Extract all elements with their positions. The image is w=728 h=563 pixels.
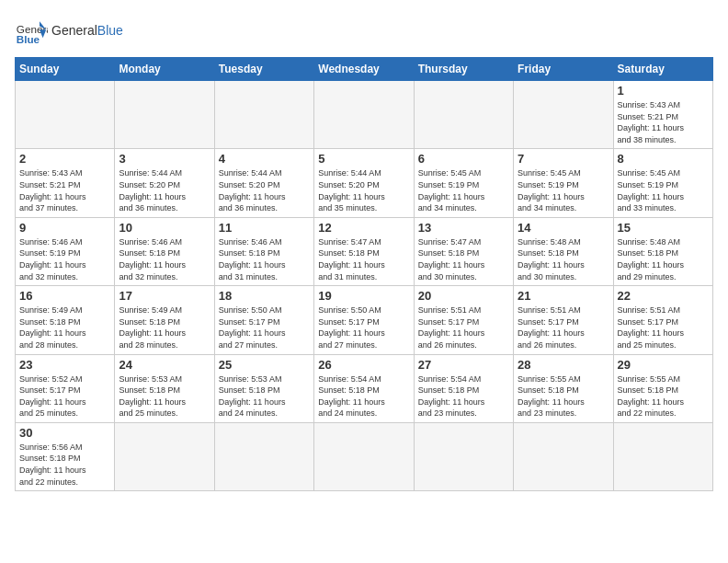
day-number: 23 [19,358,110,372]
logo: General Blue GeneralBlue [15,15,123,48]
day-number: 18 [219,289,310,303]
day-info: Sunrise: 5:43 AM Sunset: 5:21 PM Dayligh… [19,167,110,213]
day-info: Sunrise: 5:44 AM Sunset: 5:20 PM Dayligh… [318,167,409,213]
table-row: 6Sunrise: 5:45 AM Sunset: 5:19 PM Daylig… [414,149,513,217]
table-row: 16Sunrise: 5:49 AM Sunset: 5:18 PM Dayli… [16,286,115,354]
table-row: 29Sunrise: 5:55 AM Sunset: 5:18 PM Dayli… [613,354,712,422]
day-number: 30 [19,426,110,440]
table-row: 2Sunrise: 5:43 AM Sunset: 5:21 PM Daylig… [16,149,115,217]
day-number: 5 [318,152,409,166]
day-number: 6 [418,152,509,166]
table-row [115,422,214,490]
day-info: Sunrise: 5:50 AM Sunset: 5:17 PM Dayligh… [219,304,310,350]
day-number: 1 [618,84,709,98]
table-row [16,81,115,149]
table-row: 3Sunrise: 5:44 AM Sunset: 5:20 PM Daylig… [115,149,214,217]
table-row: 5Sunrise: 5:44 AM Sunset: 5:20 PM Daylig… [314,149,414,217]
day-number: 27 [418,358,509,372]
table-row [314,81,414,149]
table-row: 17Sunrise: 5:49 AM Sunset: 5:18 PM Dayli… [115,286,214,354]
table-row: 20Sunrise: 5:51 AM Sunset: 5:17 PM Dayli… [414,286,513,354]
day-info: Sunrise: 5:51 AM Sunset: 5:17 PM Dayligh… [418,304,509,350]
day-info: Sunrise: 5:45 AM Sunset: 5:19 PM Dayligh… [618,167,709,213]
table-row: 8Sunrise: 5:45 AM Sunset: 5:19 PM Daylig… [613,149,712,217]
day-number: 16 [19,289,110,303]
day-info: Sunrise: 5:46 AM Sunset: 5:18 PM Dayligh… [119,236,210,282]
day-number: 22 [618,289,709,303]
day-info: Sunrise: 5:45 AM Sunset: 5:19 PM Dayligh… [418,167,509,213]
table-row: 25Sunrise: 5:53 AM Sunset: 5:18 PM Dayli… [214,354,313,422]
svg-text:Blue: Blue [17,33,40,45]
day-info: Sunrise: 5:54 AM Sunset: 5:18 PM Dayligh… [418,373,509,419]
weekday-header-monday: Monday [115,58,214,81]
table-row: 1Sunrise: 5:43 AM Sunset: 5:21 PM Daylig… [613,81,712,149]
day-number: 28 [518,358,609,372]
table-row [214,81,313,149]
day-info: Sunrise: 5:45 AM Sunset: 5:19 PM Dayligh… [518,167,609,213]
day-info: Sunrise: 5:51 AM Sunset: 5:17 PM Dayligh… [518,304,609,350]
table-row: 26Sunrise: 5:54 AM Sunset: 5:18 PM Dayli… [314,354,414,422]
table-row [613,422,712,490]
day-number: 12 [318,221,409,235]
day-number: 20 [418,289,509,303]
day-info: Sunrise: 5:46 AM Sunset: 5:19 PM Dayligh… [19,236,110,282]
table-row [514,422,613,490]
day-info: Sunrise: 5:56 AM Sunset: 5:18 PM Dayligh… [19,442,110,488]
day-number: 10 [119,221,210,235]
table-row: 10Sunrise: 5:46 AM Sunset: 5:18 PM Dayli… [115,217,214,285]
day-number: 19 [318,289,409,303]
table-row: 14Sunrise: 5:48 AM Sunset: 5:18 PM Dayli… [514,217,613,285]
day-number: 15 [618,221,709,235]
day-info: Sunrise: 5:51 AM Sunset: 5:17 PM Dayligh… [618,304,709,350]
table-row [414,81,513,149]
day-number: 3 [119,152,210,166]
weekday-header-tuesday: Tuesday [214,58,313,81]
header: General Blue GeneralBlue [15,15,713,48]
weekday-header-thursday: Thursday [414,58,513,81]
day-info: Sunrise: 5:48 AM Sunset: 5:18 PM Dayligh… [518,236,609,282]
day-number: 14 [518,221,609,235]
day-number: 17 [119,289,210,303]
day-info: Sunrise: 5:48 AM Sunset: 5:18 PM Dayligh… [618,236,709,282]
table-row [115,81,214,149]
calendar: SundayMondayTuesdayWednesdayThursdayFrid… [15,57,713,491]
table-row: 13Sunrise: 5:47 AM Sunset: 5:18 PM Dayli… [414,217,513,285]
logo-icon: General Blue [15,15,48,48]
table-row: 12Sunrise: 5:47 AM Sunset: 5:18 PM Dayli… [314,217,414,285]
day-number: 24 [119,358,210,372]
weekday-header-saturday: Saturday [613,58,712,81]
day-number: 7 [518,152,609,166]
day-info: Sunrise: 5:55 AM Sunset: 5:18 PM Dayligh… [618,373,709,419]
table-row: 21Sunrise: 5:51 AM Sunset: 5:17 PM Dayli… [514,286,613,354]
table-row: 11Sunrise: 5:46 AM Sunset: 5:18 PM Dayli… [214,217,313,285]
table-row: 30Sunrise: 5:56 AM Sunset: 5:18 PM Dayli… [16,422,115,490]
table-row: 19Sunrise: 5:50 AM Sunset: 5:17 PM Dayli… [314,286,414,354]
day-number: 8 [618,152,709,166]
weekday-header-wednesday: Wednesday [314,58,414,81]
table-row: 28Sunrise: 5:55 AM Sunset: 5:18 PM Dayli… [514,354,613,422]
day-info: Sunrise: 5:49 AM Sunset: 5:18 PM Dayligh… [19,304,110,350]
table-row [314,422,414,490]
table-row: 4Sunrise: 5:44 AM Sunset: 5:20 PM Daylig… [214,149,313,217]
day-number: 29 [618,358,709,372]
table-row: 9Sunrise: 5:46 AM Sunset: 5:19 PM Daylig… [16,217,115,285]
day-number: 21 [518,289,609,303]
table-row: 18Sunrise: 5:50 AM Sunset: 5:17 PM Dayli… [214,286,313,354]
table-row: 15Sunrise: 5:48 AM Sunset: 5:18 PM Dayli… [613,217,712,285]
day-info: Sunrise: 5:49 AM Sunset: 5:18 PM Dayligh… [119,304,210,350]
day-info: Sunrise: 5:44 AM Sunset: 5:20 PM Dayligh… [219,167,310,213]
day-info: Sunrise: 5:53 AM Sunset: 5:18 PM Dayligh… [219,373,310,419]
day-info: Sunrise: 5:53 AM Sunset: 5:18 PM Dayligh… [119,373,210,419]
day-info: Sunrise: 5:54 AM Sunset: 5:18 PM Dayligh… [318,373,409,419]
day-info: Sunrise: 5:52 AM Sunset: 5:17 PM Dayligh… [19,373,110,419]
day-number: 4 [219,152,310,166]
day-info: Sunrise: 5:46 AM Sunset: 5:18 PM Dayligh… [219,236,310,282]
day-info: Sunrise: 5:47 AM Sunset: 5:18 PM Dayligh… [318,236,409,282]
table-row [414,422,513,490]
table-row [214,422,313,490]
table-row: 24Sunrise: 5:53 AM Sunset: 5:18 PM Dayli… [115,354,214,422]
day-number: 9 [19,221,110,235]
table-row [514,81,613,149]
day-number: 26 [318,358,409,372]
table-row: 27Sunrise: 5:54 AM Sunset: 5:18 PM Dayli… [414,354,513,422]
